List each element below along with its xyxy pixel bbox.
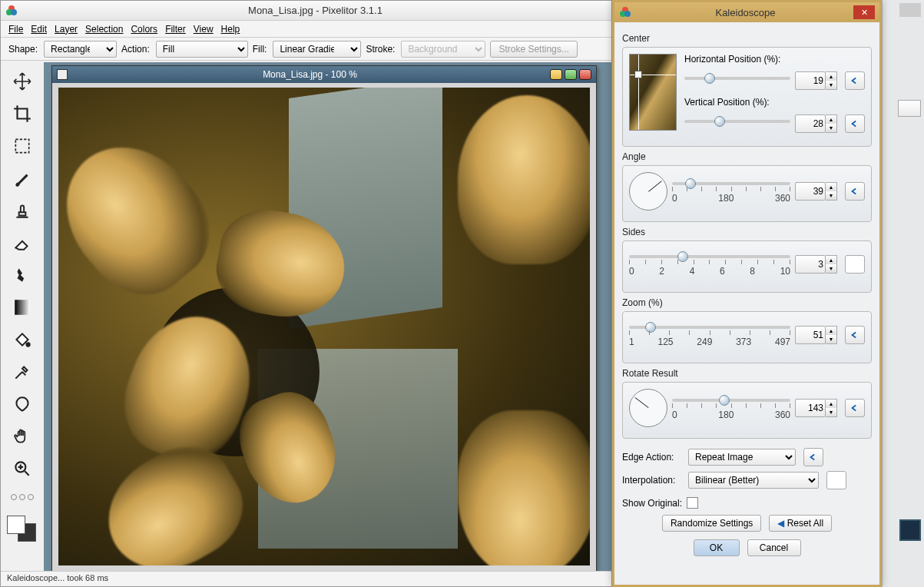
dialog-title-bar[interactable]: Kaleidoscope ✕ [614, 2, 879, 22]
svg-point-2 [11, 9, 17, 15]
edge-action-select[interactable]: Repeat Image [688, 449, 796, 466]
sides-label: Sides [622, 227, 872, 237]
canvas-area: Mona_Lisa.jpg - 100 % [44, 62, 611, 571]
action-select[interactable]: Fill [156, 41, 248, 58]
interpolation-reset-button[interactable] [826, 471, 846, 489]
rotate-reset-button[interactable] [845, 399, 865, 417]
hpos-label: Horizontal Position (%): [684, 54, 780, 65]
vpos-label: Vertical Position (%): [684, 97, 770, 108]
rotate-panel: 0180360 ▲▼ [622, 382, 872, 439]
zoom-panel: 1125249373497 ▲▼ [622, 311, 872, 363]
interpolation-select[interactable]: Bilinear (Better) [688, 472, 819, 489]
vpos-spinner[interactable]: ▲▼ [795, 114, 837, 133]
hpos-spinner[interactable]: ▲▼ [795, 71, 837, 90]
rotate-spinner[interactable]: ▲▼ [795, 399, 837, 417]
ok-button[interactable]: OK [694, 539, 740, 556]
stamp-tool[interactable] [7, 196, 38, 225]
angle-label: Angle [622, 151, 872, 162]
svg-point-9 [624, 11, 631, 17]
rotate-dial[interactable] [629, 389, 667, 427]
reset-all-button[interactable]: ◀ Reset All [769, 515, 832, 532]
doc-maximize-button[interactable] [565, 69, 577, 80]
fg-color[interactable] [7, 516, 25, 534]
eraser-tool[interactable] [7, 228, 38, 257]
app-logo-icon [5, 5, 18, 17]
menu-layer[interactable]: Layer [55, 24, 78, 35]
shape-select[interactable]: Rectangle [44, 41, 117, 58]
up-arrow-icon: ▲ [826, 72, 836, 81]
dialog-logo-icon [619, 6, 631, 18]
cancel-button[interactable]: Cancel [747, 539, 801, 556]
move-tool[interactable] [7, 67, 38, 96]
document-title-bar[interactable]: Mona_Lisa.jpg - 100 % [52, 66, 596, 83]
main-title: Mona_Lisa.jpg - Pixelitor 3.1.1 [24, 5, 607, 16]
vpos-reset-button[interactable] [845, 114, 865, 133]
main-window: Mona_Lisa.jpg - Pixelitor 3.1.1 File Edi… [0, 0, 612, 587]
sides-slider[interactable]: 0246810 [629, 247, 790, 281]
status-bar: Kaleidoscope... took 68 ms [1, 571, 611, 586]
angle-dial[interactable] [629, 172, 667, 211]
menu-help[interactable]: Help [221, 24, 240, 35]
zoom-spinner[interactable]: ▲▼ [795, 326, 837, 344]
bg-color-swatch[interactable] [899, 519, 921, 541]
background-window-fragment [882, 0, 924, 587]
rotate-slider[interactable]: 0180360 [672, 391, 790, 425]
sides-panel: 0246810 ▲▼ [622, 240, 872, 293]
angle-panel: 0180360 ▲▼ [622, 165, 872, 222]
randomize-button[interactable]: Randomize Settings [662, 515, 761, 532]
zoom-label: Zoom (%) [622, 297, 872, 308]
smudge-tool[interactable] [7, 260, 38, 290]
angle-reset-button[interactable] [845, 182, 865, 201]
zoom-reset-button[interactable] [845, 326, 865, 344]
color-wells[interactable] [7, 509, 38, 540]
fill-label: Fill: [253, 44, 267, 55]
fill-select[interactable]: Linear Gradient [273, 41, 361, 58]
show-original-checkbox[interactable] [687, 497, 698, 509]
menu-bar: File Edit Layer Selection Colors Filter … [1, 21, 611, 38]
menu-selection[interactable]: Selection [85, 24, 123, 35]
edge-action-label: Edge Action: [622, 452, 684, 463]
sides-spinner[interactable]: ▲▼ [795, 255, 837, 274]
crop-tool[interactable] [7, 99, 38, 128]
zoom-tool[interactable] [7, 454, 38, 483]
down-arrow-icon: ▼ [826, 81, 836, 89]
eyedropper-tool[interactable] [7, 357, 38, 386]
doc-close-button[interactable] [579, 69, 591, 80]
rotate-label: Rotate Result [622, 368, 872, 379]
marquee-tool[interactable] [7, 131, 38, 161]
menu-edit[interactable]: Edit [31, 24, 47, 35]
bucket-tool[interactable] [7, 325, 38, 354]
stroke-settings-button[interactable]: Stroke Settings... [490, 41, 577, 58]
hpos-slider[interactable] [684, 69, 790, 92]
document-canvas[interactable] [58, 88, 590, 565]
svg-rect-4 [15, 300, 30, 315]
hand-tool[interactable] [7, 422, 38, 451]
stroke-select[interactable]: Background [401, 41, 485, 58]
hpos-reset-button[interactable] [845, 71, 865, 90]
doc-minimize-button[interactable] [550, 69, 562, 80]
angle-spinner[interactable]: ▲▼ [795, 182, 837, 201]
swap-colors-icon[interactable] [11, 494, 34, 500]
brush-tool[interactable] [7, 164, 38, 193]
shapes-tool[interactable] [7, 390, 38, 419]
svg-point-5 [26, 343, 29, 346]
bg-close-icon[interactable] [899, 3, 921, 17]
menu-colors[interactable]: Colors [131, 24, 157, 35]
action-label: Action: [121, 44, 150, 55]
tool-strip [1, 62, 44, 571]
edge-action-reset-button[interactable] [803, 448, 823, 466]
menu-file[interactable]: File [8, 24, 23, 35]
vpos-slider[interactable] [684, 112, 790, 135]
bg-dropdown[interactable] [898, 100, 921, 117]
menu-filter[interactable]: Filter [165, 24, 186, 35]
angle-slider[interactable]: 0180360 [672, 174, 790, 208]
gradient-tool[interactable] [7, 293, 38, 322]
workspace: Mona_Lisa.jpg - 100 % [1, 62, 611, 571]
shape-label: Shape: [8, 44, 38, 55]
stroke-label: Stroke: [366, 44, 395, 55]
sides-reset-button[interactable] [845, 255, 865, 274]
dialog-close-button[interactable]: ✕ [853, 5, 875, 19]
center-thumbnail[interactable] [629, 54, 677, 131]
menu-view[interactable]: View [194, 24, 214, 35]
zoom-slider[interactable]: 1125249373497 [629, 318, 790, 352]
